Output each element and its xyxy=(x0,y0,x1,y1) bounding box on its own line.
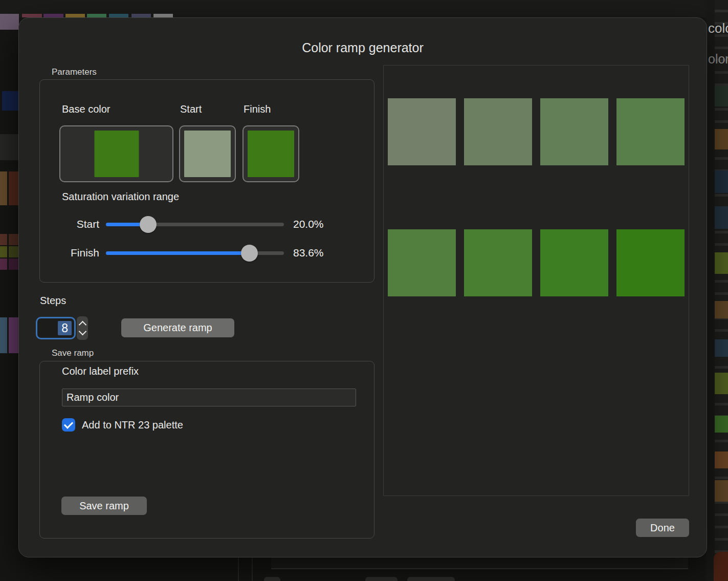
dialog-title: Color ramp generator xyxy=(19,40,707,55)
background-color-chip xyxy=(153,14,173,17)
background-bottom-panel xyxy=(271,556,688,569)
steps-spinner: 8 xyxy=(37,316,88,340)
parameters-section-label: Parameters xyxy=(52,67,97,77)
background-button-top xyxy=(264,577,280,581)
ramp-swatch xyxy=(540,229,608,296)
background-color-chip xyxy=(65,14,85,17)
background-color-chip xyxy=(9,234,19,245)
saturation-finish-value: 83.6% xyxy=(293,247,324,259)
background-color-strip xyxy=(715,416,728,433)
saturation-finish-label: Finish xyxy=(58,247,99,259)
checkmark-icon xyxy=(64,419,73,428)
background-panel-seam xyxy=(238,556,239,581)
background-color-chip xyxy=(0,14,19,30)
saturation-start-label: Start xyxy=(58,218,99,230)
base-color-swatch xyxy=(94,131,139,177)
saturation-finish-slider[interactable] xyxy=(106,245,284,262)
background-color-strip xyxy=(715,252,728,274)
background-color-swatch xyxy=(714,552,728,581)
save-ramp-group-box: Color label prefix Add to NTR 23 palette… xyxy=(39,361,374,539)
finish-color-label: Finish xyxy=(244,103,271,115)
steps-value: 8 xyxy=(58,321,72,335)
background-color-strip xyxy=(715,339,728,357)
background-color-chip xyxy=(0,246,7,257)
color-ramp-generator-dialog: Color ramp generator Parameters Base col… xyxy=(18,17,707,557)
background-color-chip xyxy=(0,171,7,205)
saturation-range-label: Saturation variation range xyxy=(62,191,179,203)
background-color-chip xyxy=(109,14,128,17)
background-color-chip xyxy=(22,14,42,17)
background-color-strip xyxy=(715,451,728,468)
start-color-label: Start xyxy=(180,103,202,115)
ramp-swatch xyxy=(616,229,685,296)
background-right-gutter xyxy=(706,0,715,581)
background-button-top xyxy=(407,577,455,581)
background-color-strip xyxy=(715,480,728,502)
background-panel-seam xyxy=(252,556,253,581)
background-color-chip xyxy=(9,246,19,257)
background-color-chip xyxy=(0,134,19,160)
background-color-chip xyxy=(43,14,63,17)
background-color-strip xyxy=(715,86,728,106)
color-label-prefix-label: Color label prefix xyxy=(62,365,139,377)
background-clipped-text: olor xyxy=(708,52,728,67)
color-label-prefix-input[interactable] xyxy=(62,389,356,406)
background-color-chip xyxy=(9,171,19,205)
save-ramp-button[interactable]: Save ramp xyxy=(61,497,147,515)
ramp-swatch xyxy=(464,98,532,165)
save-ramp-section-label: Save ramp xyxy=(52,348,94,358)
ramp-swatch xyxy=(540,98,608,165)
background-color-strip xyxy=(715,373,728,394)
background-button-top xyxy=(365,577,398,581)
slider-thumb[interactable] xyxy=(140,216,157,233)
ramp-swatch xyxy=(388,98,456,165)
background-color-chip xyxy=(0,317,7,353)
background-color-chip xyxy=(0,234,7,245)
ramp-preview-panel xyxy=(383,65,689,496)
slider-fill xyxy=(106,251,249,255)
background-color-chip xyxy=(9,317,19,353)
steps-stepper[interactable] xyxy=(77,316,88,340)
chevron-down-icon[interactable] xyxy=(78,328,86,336)
background-color-chip xyxy=(131,14,151,17)
saturation-start-slider[interactable] xyxy=(106,216,284,233)
background-color-strip xyxy=(715,129,728,149)
ramp-swatch xyxy=(464,229,532,296)
start-color-swatch xyxy=(184,131,231,177)
saturation-start-value: 20.0% xyxy=(293,218,324,230)
steps-input[interactable]: 8 xyxy=(37,318,74,338)
background-color-chip xyxy=(9,259,19,270)
steps-label: Steps xyxy=(40,295,66,307)
finish-color-swatch xyxy=(248,131,294,177)
slider-track xyxy=(106,223,284,226)
add-to-palette-label: Add to NTR 23 palette xyxy=(82,419,183,431)
done-button[interactable]: Done xyxy=(636,519,689,537)
base-color-well[interactable] xyxy=(59,125,173,182)
background-color-strip xyxy=(715,301,728,318)
slider-thumb[interactable] xyxy=(241,245,258,262)
start-color-well[interactable] xyxy=(179,125,236,182)
background-color-strip xyxy=(715,170,728,193)
parameters-group-box: Base color Start Finish Saturation varia… xyxy=(39,79,374,283)
background-color-chip xyxy=(2,91,19,111)
background-color-strip xyxy=(715,206,728,229)
ramp-swatch xyxy=(616,98,685,165)
background-color-chip xyxy=(87,14,106,17)
background-color-chip xyxy=(0,259,7,270)
finish-color-well[interactable] xyxy=(242,125,299,182)
add-to-palette-checkbox[interactable] xyxy=(62,418,75,432)
base-color-label: Base color xyxy=(62,103,111,115)
background-clipped-text: colo xyxy=(708,20,728,36)
ramp-swatch xyxy=(388,229,456,296)
generate-ramp-button[interactable]: Generate ramp xyxy=(121,318,234,337)
